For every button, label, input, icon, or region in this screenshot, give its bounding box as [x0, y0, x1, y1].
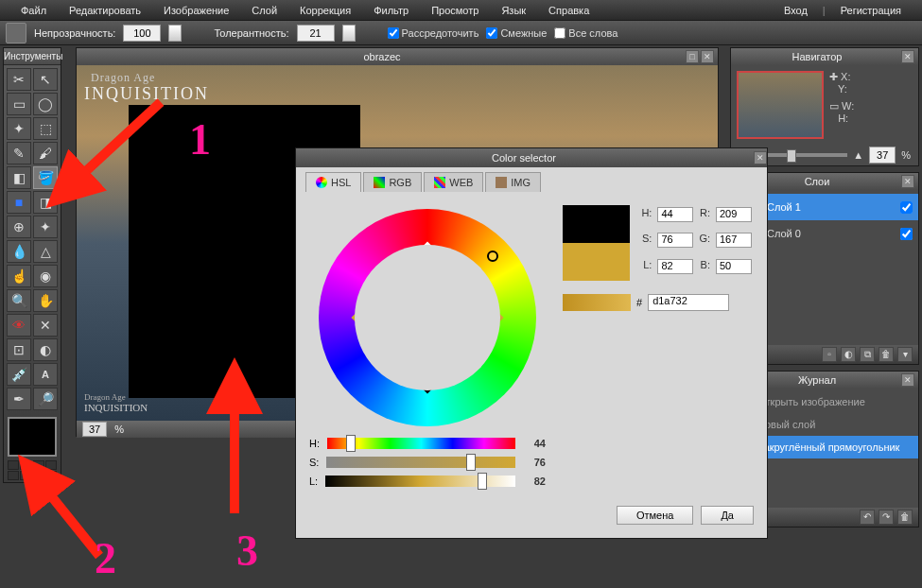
menu-view[interactable]: Просмотр — [420, 5, 490, 16]
tab-hsl[interactable]: HSL — [305, 172, 361, 192]
shape-tool[interactable]: ■ — [7, 191, 31, 214]
hue-slider[interactable] — [327, 438, 515, 449]
opacity-label: Непрозрачность: — [34, 27, 115, 39]
navigator-zoom-input[interactable]: 37 — [869, 147, 896, 164]
history-undo-button[interactable]: ↶ — [860, 510, 875, 525]
sponge-tool[interactable]: ◉ — [33, 265, 58, 287]
foreground-color-swatch[interactable] — [8, 417, 57, 457]
lit-slider[interactable] — [325, 476, 515, 487]
register-link[interactable]: Регистрация — [829, 5, 913, 16]
bucket-tool[interactable]: 🪣 — [33, 166, 58, 189]
color-swatches[interactable] — [8, 460, 57, 480]
blur-tool[interactable]: 💧 — [7, 240, 31, 263]
hex-input[interactable]: d1a732 — [648, 294, 729, 311]
maximize-button[interactable]: □ — [686, 50, 699, 63]
eraser-tool[interactable]: ◧ — [7, 166, 31, 189]
layer-merge-button[interactable]: ▾ — [897, 347, 913, 362]
history-redo-button[interactable]: ↷ — [879, 510, 894, 525]
navigator-close[interactable]: ✕ — [901, 50, 914, 63]
ok-button[interactable]: Да — [701, 506, 754, 525]
login-link[interactable]: Вход — [773, 5, 819, 16]
layer-new-button[interactable]: ▫ — [822, 347, 837, 362]
sl-cursor[interactable] — [463, 308, 475, 320]
pencil-tool[interactable]: ✎ — [7, 142, 31, 164]
sharpen-tool[interactable]: △ — [33, 240, 58, 263]
menu-help[interactable]: Справка — [537, 5, 600, 16]
layer-mask-button[interactable]: ◐ — [841, 347, 856, 362]
document-titlebar[interactable]: obrazec □ ✕ — [77, 48, 718, 65]
navigator-info: ✚ X: Y: ▭ W: H: — [829, 71, 854, 139]
tolerance-dropdown[interactable] — [342, 25, 356, 42]
zoom2-tool[interactable]: 🔎 — [33, 388, 58, 410]
pen-tool[interactable]: ✒ — [7, 388, 31, 410]
r-input[interactable]: 209 — [716, 207, 752, 222]
burn-tool[interactable]: ◐ — [33, 338, 58, 361]
tolerance-input[interactable]: 21 — [297, 25, 335, 42]
text-tool[interactable]: A — [33, 363, 58, 386]
navigator-title: Навигатор — [735, 51, 899, 62]
tab-web[interactable]: WEB — [424, 172, 483, 192]
marquee-tool[interactable]: ▭ — [7, 93, 31, 115]
dialog-close-button[interactable]: ✕ — [754, 151, 767, 164]
menu-image[interactable]: Изображение — [152, 5, 240, 16]
menu-bar: Файл Редактировать Изображение Слой Корр… — [0, 0, 922, 21]
cancel-button[interactable]: Отмена — [617, 506, 693, 525]
color-wheel[interactable] — [319, 209, 536, 426]
zoom-in-icon[interactable]: ▲ — [853, 149, 863, 161]
wand-tool[interactable]: ✦ — [7, 117, 31, 140]
checkbox-all-words[interactable]: Все слова — [554, 27, 618, 39]
dialog-titlebar[interactable]: Color selector ✕ — [296, 148, 767, 167]
stamp-tool[interactable]: ✦ — [33, 216, 58, 238]
sat-slider[interactable] — [326, 457, 515, 468]
heal-tool[interactable]: ✕ — [33, 314, 58, 337]
close-button[interactable]: ✕ — [701, 50, 714, 63]
navigator-thumbnail[interactable] — [737, 71, 824, 139]
gradient-tool[interactable]: ◨ — [33, 191, 58, 214]
brush-tool[interactable]: 🖌 — [33, 142, 58, 164]
checkbox-spread[interactable]: Рассредоточить — [388, 27, 479, 39]
g-input[interactable]: 167 — [716, 233, 752, 248]
layer-visible-checkbox[interactable] — [900, 228, 913, 240]
opacity-dropdown[interactable] — [168, 25, 182, 42]
l-input[interactable]: 82 — [657, 259, 693, 274]
history-del-button[interactable]: 🗑 — [897, 510, 913, 525]
image-text-1: Dragon Age — [91, 71, 155, 85]
crop-tool[interactable]: ✂ — [7, 68, 31, 91]
redeye-tool[interactable]: 👁 — [7, 314, 31, 337]
layers-close[interactable]: ✕ — [901, 175, 914, 188]
menu-edit[interactable]: Редактировать — [58, 5, 152, 16]
zoom-tool[interactable]: 🔍 — [7, 289, 31, 312]
b-input[interactable]: 50 — [716, 259, 752, 274]
hand-tool[interactable]: ✋ — [33, 289, 58, 312]
layer-dup-button[interactable]: ⧉ — [860, 347, 875, 362]
select-tool[interactable]: ⬚ — [33, 117, 58, 140]
menu-layer[interactable]: Слой — [240, 5, 288, 16]
checkbox-contiguous[interactable]: Смежные — [486, 27, 547, 39]
menu-filter[interactable]: Фильтр — [362, 5, 420, 16]
menu-correction[interactable]: Коррекция — [288, 5, 362, 16]
navigator-zoom-slider[interactable] — [755, 153, 847, 157]
color-preview — [563, 205, 630, 281]
color-triangle[interactable] — [351, 241, 503, 393]
new-color — [563, 243, 630, 281]
tab-rgb[interactable]: RGB — [363, 172, 422, 192]
journal-close[interactable]: ✕ — [901, 373, 914, 387]
menu-language[interactable]: Язык — [490, 5, 537, 16]
svg-text:3: 3 — [236, 527, 258, 575]
tab-img[interactable]: IMG — [485, 172, 541, 192]
menu-file[interactable]: Файл — [9, 5, 58, 16]
zoom-value[interactable]: 37 — [82, 422, 107, 437]
dodge-tool[interactable]: ⊡ — [7, 338, 31, 361]
eyedrop-tool[interactable]: 💉 — [7, 363, 31, 386]
clone-tool[interactable]: ⊕ — [7, 216, 31, 238]
layer-del-button[interactable]: 🗑 — [879, 347, 894, 362]
hue-cursor[interactable] — [487, 251, 498, 262]
lasso-tool[interactable]: ◯ — [33, 93, 58, 115]
smudge-tool[interactable]: ☝ — [7, 265, 31, 287]
move-tool[interactable]: ↖ — [33, 68, 58, 91]
s-input[interactable]: 76 — [657, 233, 693, 248]
zoom-unit: % — [114, 424, 124, 435]
layer-visible-checkbox[interactable] — [900, 201, 913, 214]
h-input[interactable]: 44 — [657, 207, 693, 222]
opacity-input[interactable]: 100 — [123, 25, 161, 42]
